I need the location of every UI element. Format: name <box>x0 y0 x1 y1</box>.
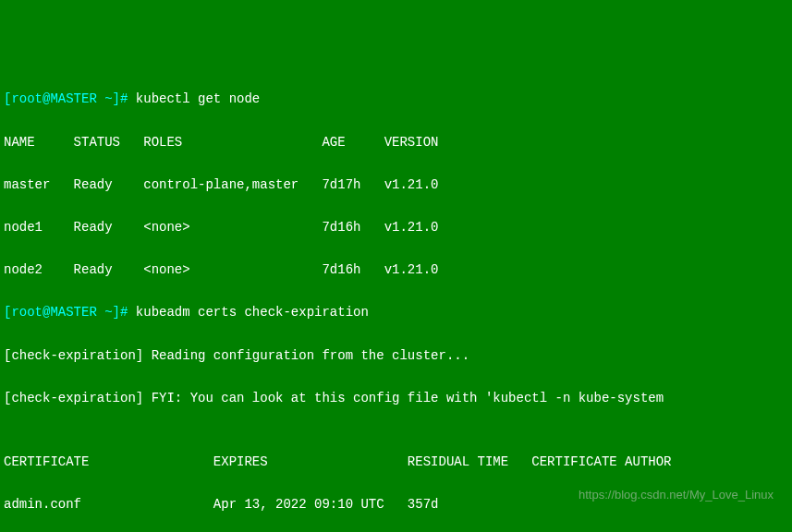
check-msg-2: [check-expiration] FYI: You can look at … <box>4 388 788 409</box>
node-row: master Ready control-plane,master 7d17h … <box>4 175 788 196</box>
node-row: node1 Ready <none> 7d16h v1.21.0 <box>4 217 788 238</box>
prompt: [root@MASTER ~]# <box>4 91 136 106</box>
certs-header: CERTIFICATE EXPIRES RESIDUAL TIME CERTIF… <box>4 452 788 473</box>
nodes-header: NAME STATUS ROLES AGE VERSION <box>4 132 788 153</box>
prompt: [root@MASTER ~]# <box>4 305 136 320</box>
node-row: node2 Ready <none> 7d16h v1.21.0 <box>4 260 788 281</box>
check-msg-1: [check-expiration] Reading configuration… <box>4 345 788 367</box>
command-2: kubeadm certs check-expiration <box>136 305 369 320</box>
prompt-line-1: [root@MASTER ~]# kubectl get node <box>4 89 788 110</box>
command-1: kubectl get node <box>136 91 260 106</box>
cert-row: admin.conf Apr 13, 2022 09:10 UTC 357d <box>4 494 788 515</box>
prompt-line-2: [root@MASTER ~]# kubeadm certs check-exp… <box>4 302 788 323</box>
